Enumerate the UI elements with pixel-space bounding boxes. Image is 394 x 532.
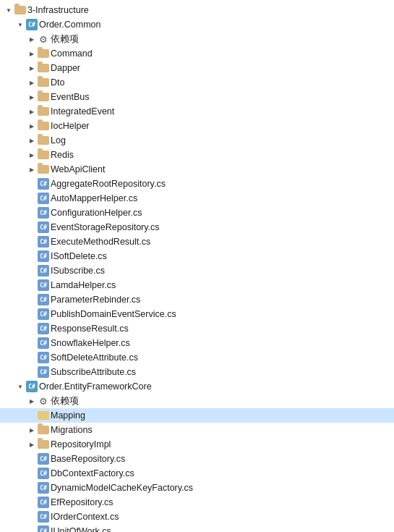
expander-redis[interactable] bbox=[26, 149, 38, 161]
item-label-executemethodresult: ExecuteMethodResult.cs bbox=[51, 235, 150, 249]
tree-item-isubscribe[interactable]: C#ISubscribe.cs bbox=[0, 263, 394, 278]
tree-item-parameterrebinder[interactable]: C#ParameterRebinder.cs bbox=[0, 292, 394, 307]
folder-icon bbox=[38, 135, 49, 146]
item-label-isubscribe: ISubscribe.cs bbox=[51, 263, 105, 278]
csharp-file-icon: C# bbox=[38, 352, 49, 363]
tree-item-repositoryimpl[interactable]: RepositoryImpl bbox=[0, 437, 394, 452]
tree-item-eventbus[interactable]: EventBus bbox=[0, 90, 394, 104]
tree-item-order-common[interactable]: C#Order.Common bbox=[0, 17, 394, 32]
tree-item-webapiclient[interactable]: WebApiClient bbox=[0, 162, 394, 177]
item-label-responseresult: ResponseResult.cs bbox=[51, 321, 129, 336]
csharp-project-icon: C# bbox=[26, 381, 38, 392]
expander-repositoryimpl[interactable] bbox=[26, 439, 38, 450]
tree-item-aggregaterootrepo[interactable]: C#AggregateRootRepository.cs bbox=[0, 177, 394, 191]
expander-migrations[interactable] bbox=[26, 424, 38, 436]
csharp-file-icon: C# bbox=[38, 308, 49, 320]
expander-eventbus[interactable] bbox=[26, 91, 38, 103]
csharp-file-icon: C# bbox=[38, 468, 49, 479]
item-label-baserepo: BaseRepository.cs bbox=[51, 452, 125, 466]
tree-item-snowflakehelper[interactable]: C#SnowflakeHelper.cs bbox=[0, 336, 394, 350]
item-label-migrations: Migrations bbox=[51, 423, 93, 437]
item-label-lamdahelper: LamdaHelper.cs bbox=[51, 278, 116, 292]
tree-item-executemethodresult[interactable]: C#ExecuteMethodResult.cs bbox=[0, 235, 394, 249]
tree-item-dbcontextfactory[interactable]: C#DbContextFactory.cs bbox=[0, 466, 394, 481]
item-label-deps1: 依赖项 bbox=[51, 32, 79, 46]
tree-item-integratedevent[interactable]: IntegratedEvent bbox=[0, 104, 394, 119]
item-label-isoftdelete: ISoftDelete.cs bbox=[51, 249, 107, 263]
tree-item-softdeleteattribute[interactable]: C#SoftDeleteAttribute.cs bbox=[0, 350, 394, 365]
tree-item-iochelper[interactable]: IocHelper bbox=[0, 119, 394, 133]
tree-item-dynamicmodelcache[interactable]: C#DynamicModelCacheKeyFactory.cs bbox=[0, 481, 394, 495]
csharp-file-icon: C# bbox=[38, 511, 49, 523]
item-label-publishdomaineventservice: PublishDomainEventService.cs bbox=[51, 307, 176, 321]
tree-item-publishdomaineventservice[interactable]: C#PublishDomainEventService.cs bbox=[0, 307, 394, 321]
tree-item-infra[interactable]: 3-Infrastructure bbox=[0, 3, 394, 17]
tree-item-efrepository[interactable]: C#EfRepository.cs bbox=[0, 495, 394, 510]
expander-iochelper[interactable] bbox=[26, 120, 38, 132]
expander-dto[interactable] bbox=[26, 77, 38, 88]
expander-log[interactable] bbox=[26, 135, 38, 146]
tree-item-migrations[interactable]: Migrations bbox=[0, 423, 394, 437]
csharp-file-icon: C# bbox=[38, 279, 49, 291]
item-label-deps2: 依赖项 bbox=[51, 394, 79, 408]
expander-webapiclient[interactable] bbox=[26, 164, 38, 175]
tree-item-deps2[interactable]: ⚙依赖项 bbox=[0, 394, 394, 408]
item-label-order-ef: Order.EntityFrameworkCore bbox=[39, 379, 152, 394]
csharp-file-icon: C# bbox=[38, 236, 49, 248]
item-label-parameterrebinder: ParameterRebinder.cs bbox=[51, 292, 140, 307]
expander-order-common[interactable] bbox=[14, 19, 26, 30]
tree-item-deps1[interactable]: ⚙依赖项 bbox=[0, 32, 394, 46]
dependencies-icon: ⚙ bbox=[38, 395, 49, 407]
expander-infra[interactable] bbox=[3, 4, 14, 16]
tree-item-baserepo[interactable]: C#BaseRepository.cs bbox=[0, 452, 394, 466]
csharp-file-icon: C# bbox=[38, 453, 49, 465]
csharp-project-icon: C# bbox=[26, 19, 38, 30]
expander-command[interactable] bbox=[26, 48, 38, 59]
tree-item-mapping[interactable]: Mapping bbox=[0, 408, 394, 423]
expander-deps1[interactable] bbox=[26, 33, 38, 45]
csharp-file-icon: C# bbox=[38, 497, 49, 508]
csharp-file-icon: C# bbox=[38, 294, 49, 305]
tree-item-eventstoragerepo[interactable]: C#EventStorageRepository.cs bbox=[0, 220, 394, 235]
expander-deps2[interactable] bbox=[26, 395, 38, 407]
expander-order-ef[interactable] bbox=[14, 381, 26, 392]
dependencies-icon: ⚙ bbox=[38, 33, 49, 45]
csharp-file-icon: C# bbox=[38, 337, 49, 349]
tree-item-responseresult[interactable]: C#ResponseResult.cs bbox=[0, 321, 394, 336]
item-label-command: Command bbox=[51, 46, 93, 61]
item-label-redis: Redis bbox=[51, 148, 74, 162]
folder-icon bbox=[38, 62, 49, 74]
item-label-configurationhelper: ConfigurationHelper.cs bbox=[51, 206, 142, 220]
csharp-file-icon: C# bbox=[38, 250, 49, 262]
tree-item-redis[interactable]: Redis bbox=[0, 148, 394, 162]
tree-item-dapper[interactable]: Dapper bbox=[0, 61, 394, 75]
tree-item-lamdahelper[interactable]: C#LamdaHelper.cs bbox=[0, 278, 394, 292]
tree-item-log[interactable]: Log bbox=[0, 133, 394, 148]
item-label-dto: Dto bbox=[51, 75, 64, 90]
item-label-subscribeattribute: SubscribeAttribute.cs bbox=[51, 365, 136, 379]
tree-item-subscribeattribute[interactable]: C#SubscribeAttribute.cs bbox=[0, 365, 394, 379]
item-label-aggregaterootrepo: AggregateRootRepository.cs bbox=[51, 177, 166, 191]
tree-item-configurationhelper[interactable]: C#ConfigurationHelper.cs bbox=[0, 206, 394, 220]
item-label-iochelper: IocHelper bbox=[51, 119, 90, 133]
tree-item-iordercontext[interactable]: C#IOrderContext.cs bbox=[0, 510, 394, 524]
csharp-file-icon: C# bbox=[38, 178, 49, 190]
item-label-iunitofwork: IUnitOfWork.cs bbox=[51, 524, 111, 532]
folder-open-icon bbox=[38, 410, 49, 421]
tree-item-isoftdelete[interactable]: C#ISoftDelete.cs bbox=[0, 249, 394, 263]
item-label-repositoryimpl: RepositoryImpl bbox=[51, 437, 111, 452]
item-label-dapper: Dapper bbox=[51, 61, 80, 75]
tree-item-automapperhelper[interactable]: C#AutoMapperHelper.cs bbox=[0, 191, 394, 206]
expander-dapper[interactable] bbox=[26, 62, 38, 74]
expander-integratedevent[interactable] bbox=[26, 106, 38, 117]
item-label-automapperhelper: AutoMapperHelper.cs bbox=[51, 191, 137, 206]
csharp-file-icon: C# bbox=[38, 525, 49, 532]
item-label-eventstoragerepo: EventStorageRepository.cs bbox=[51, 220, 160, 235]
tree-item-command[interactable]: Command bbox=[0, 46, 394, 61]
item-label-efrepository: EfRepository.cs bbox=[51, 495, 114, 510]
tree-item-dto[interactable]: Dto bbox=[0, 75, 394, 90]
csharp-file-icon: C# bbox=[38, 193, 49, 204]
tree-item-iunitofwork[interactable]: C#IUnitOfWork.cs bbox=[0, 524, 394, 532]
tree-item-order-ef[interactable]: C#Order.EntityFrameworkCore bbox=[0, 379, 394, 394]
solution-explorer-tree: 3-InfrastructureC#Order.Common⚙依赖项Comman… bbox=[0, 0, 394, 532]
